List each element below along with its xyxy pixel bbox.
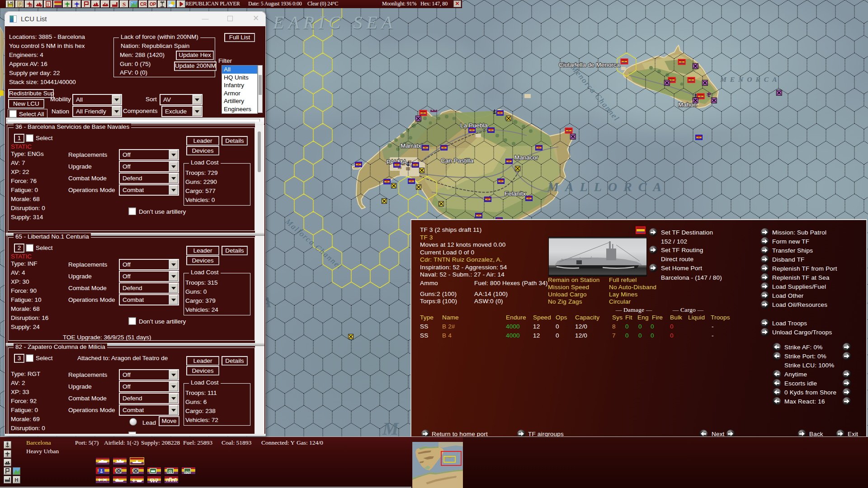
- svg-text:Marratxi: Marratxi: [401, 142, 423, 149]
- svg-text:H: H: [15, 477, 19, 483]
- svg-text:MENORCA: MENORCA: [720, 75, 781, 83]
- svg-text:CR: CR: [140, 2, 147, 7]
- svg-text:E: E: [40, 4, 42, 7]
- svg-text:OP: OP: [150, 2, 156, 7]
- svg-text:Ciutadella de Menorca: Ciutadella de Menorca: [559, 61, 620, 68]
- svg-text:Can Pastilla: Can Pastilla: [441, 157, 474, 164]
- svg-text:E: E: [30, 4, 33, 7]
- svg-text:Manacor: Manacor: [514, 154, 538, 161]
- svg-text:EARIC SEA: EARIC SEA: [273, 12, 396, 33]
- svg-text:Felanitx: Felanitx: [505, 190, 526, 197]
- svg-text:i: i: [47, 2, 49, 7]
- svg-text:MALLORCA: MALLORCA: [547, 180, 668, 194]
- svg-text:S: S: [123, 1, 126, 7]
- svg-text:M: M: [382, 418, 399, 439]
